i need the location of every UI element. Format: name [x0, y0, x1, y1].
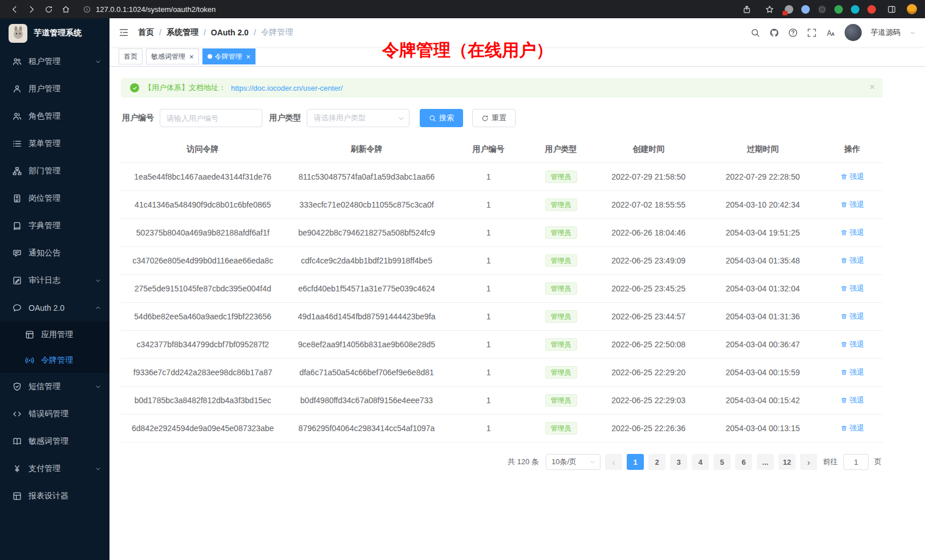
help-icon[interactable] — [788, 28, 798, 38]
page-button-...[interactable]: ... — [757, 454, 774, 470]
sidebar-subitem-app[interactable]: 应用管理 — [0, 322, 109, 347]
extension-icon-2[interactable] — [801, 5, 810, 14]
sidebar-item-dept[interactable]: 部门管理 — [0, 157, 109, 185]
sidebar-item-user[interactable]: 用户管理 — [0, 75, 109, 103]
cell-action: 强退 — [822, 415, 883, 443]
alert-close-icon[interactable]: × — [870, 83, 875, 92]
address-bar[interactable]: 127.0.0.1:1024/system/oauth2/token — [83, 5, 737, 14]
font-size-icon[interactable] — [826, 28, 835, 38]
page-button-1[interactable]: 1 — [627, 454, 644, 470]
github-icon[interactable] — [769, 28, 779, 38]
force-logout-button[interactable]: 强退 — [841, 423, 865, 433]
browser-profile-avatar[interactable] — [907, 4, 917, 14]
sensitive-icon — [13, 437, 22, 446]
cell-create-time: 2022-06-25 22:29:03 — [593, 387, 704, 415]
page-button-4[interactable]: 4 — [692, 454, 709, 470]
user-type-badge: 管理员 — [545, 338, 577, 351]
page-size-select[interactable]: 10条/页 — [546, 454, 601, 470]
sidebar-item-menu[interactable]: 菜单管理 — [0, 130, 109, 157]
prev-page-button[interactable]: ‹ — [605, 454, 622, 470]
cell-action: 强退 — [822, 303, 883, 331]
cell-user-type: 管理员 — [529, 331, 594, 359]
reset-button[interactable]: 重置 — [472, 109, 516, 127]
force-logout-button[interactable]: 强退 — [841, 311, 865, 322]
force-logout-button[interactable]: 强退 — [841, 228, 865, 238]
search-button[interactable]: 搜索 — [420, 109, 463, 127]
app-title: 芋道管理系统 — [34, 28, 82, 38]
app-logo[interactable]: 芋道管理系统 — [0, 18, 109, 48]
sidebar-item-oauth[interactable]: OAuth 2.0 — [0, 294, 109, 322]
cell-expire-time: 2022-07-29 22:28:50 — [704, 163, 822, 191]
page-button-6[interactable]: 6 — [735, 454, 752, 470]
browser-forward-icon[interactable] — [24, 2, 39, 17]
force-logout-label: 强退 — [850, 367, 865, 378]
sidebar-item-dict[interactable]: 字典管理 — [0, 212, 109, 240]
sidebar-item-role[interactable]: 角色管理 — [0, 103, 109, 130]
menu-item-label: 报表设计器 — [29, 491, 102, 501]
menu-item-label: 通知公告 — [29, 248, 102, 258]
cell-refresh-token: 811c530487574fa0af1a59d3abc1aa66 — [285, 163, 448, 191]
sidebar-item-notice[interactable]: 通知公告 — [0, 240, 109, 267]
browser-home-icon[interactable] — [58, 2, 73, 17]
search-button-label: 搜索 — [439, 113, 454, 123]
post-icon — [13, 194, 22, 203]
bookmark-star-icon[interactable] — [762, 2, 777, 17]
tab-item[interactable]: 敏感词管理× — [146, 48, 199, 64]
page-button-3[interactable]: 3 — [670, 454, 687, 470]
force-logout-button[interactable]: 强退 — [841, 367, 865, 378]
force-logout-button[interactable]: 强退 — [841, 283, 865, 294]
tab-active[interactable]: 令牌管理× — [202, 48, 256, 64]
sidebar-item-sms[interactable]: 短信管理 — [0, 373, 109, 400]
user-avatar[interactable] — [845, 24, 862, 41]
breadcrumb-item[interactable]: OAuth 2.0 — [211, 28, 249, 37]
sidebar-item-post[interactable]: 岗位管理 — [0, 185, 109, 212]
sidebar-item-errcode[interactable]: 错误码管理 — [0, 400, 109, 428]
page-button-12[interactable]: 12 — [778, 454, 796, 470]
force-logout-button[interactable]: 强退 — [841, 395, 865, 405]
user-type-select[interactable]: 请选择用户类型 — [307, 109, 409, 127]
extension-icon-1[interactable] — [785, 5, 793, 14]
sidebar-subitem-token[interactable]: 令牌管理 — [0, 347, 109, 373]
cell-refresh-token: e6cfd40eb1f54571a31e775e039c4624 — [285, 275, 448, 303]
force-logout-button[interactable]: 强退 — [841, 172, 865, 182]
force-logout-button[interactable]: 强退 — [841, 200, 865, 210]
extension-icon-6[interactable] — [867, 5, 876, 14]
extension-icon-5[interactable] — [851, 5, 859, 14]
cell-access-token: 54d6be82ee5a460a9aedc1f9bf223656 — [121, 303, 285, 331]
chevron-down-icon[interactable] — [910, 30, 916, 36]
sidebar-item-sensitive[interactable]: 敏感词管理 — [0, 428, 109, 455]
browser-reload-icon[interactable] — [41, 2, 56, 17]
browser-toolbar-right — [739, 2, 917, 17]
fullscreen-icon[interactable] — [807, 28, 817, 38]
breadcrumb-item[interactable]: 系统管理 — [167, 27, 198, 38]
extension-icon-3[interactable] — [818, 5, 826, 14]
tab-close-icon[interactable]: × — [246, 53, 251, 60]
sidebar-item-pay[interactable]: 支付管理 — [0, 455, 109, 482]
doc-link[interactable]: https://doc.iocoder.cn/user-center/ — [231, 84, 343, 92]
breadcrumb-item[interactable]: 首页 — [138, 27, 154, 38]
page-button-2[interactable]: 2 — [648, 454, 666, 470]
breadcrumb: 首页/系统管理/OAuth 2.0/令牌管理 — [138, 27, 293, 38]
force-logout-label: 强退 — [850, 283, 865, 294]
side-panel-icon[interactable] — [884, 2, 899, 17]
username[interactable]: 芋道源码 — [871, 27, 900, 38]
search-icon[interactable] — [750, 28, 760, 38]
tab-item[interactable]: 首页 — [119, 48, 143, 64]
goto-page-input[interactable] — [843, 454, 869, 470]
sidebar-item-log[interactable]: 审计日志 — [0, 267, 109, 294]
next-page-button[interactable]: › — [800, 454, 817, 470]
sidebar-item-report[interactable]: 报表设计器 — [0, 482, 109, 510]
user-icon — [13, 84, 22, 94]
force-logout-button[interactable]: 强退 — [841, 255, 865, 266]
force-logout-button[interactable]: 强退 — [841, 339, 865, 350]
extension-icon-4[interactable] — [834, 5, 843, 14]
browser-back-icon[interactable] — [7, 2, 22, 17]
notice-icon — [13, 249, 22, 258]
share-icon[interactable] — [739, 2, 754, 17]
user-id-input[interactable] — [160, 109, 262, 127]
sidebar-item-tenant[interactable]: 租户管理 — [0, 48, 109, 75]
site-info-icon[interactable] — [83, 6, 91, 13]
page-button-5[interactable]: 5 — [713, 454, 731, 470]
collapse-sidebar-icon[interactable] — [119, 27, 129, 38]
tab-close-icon[interactable]: × — [189, 53, 194, 60]
